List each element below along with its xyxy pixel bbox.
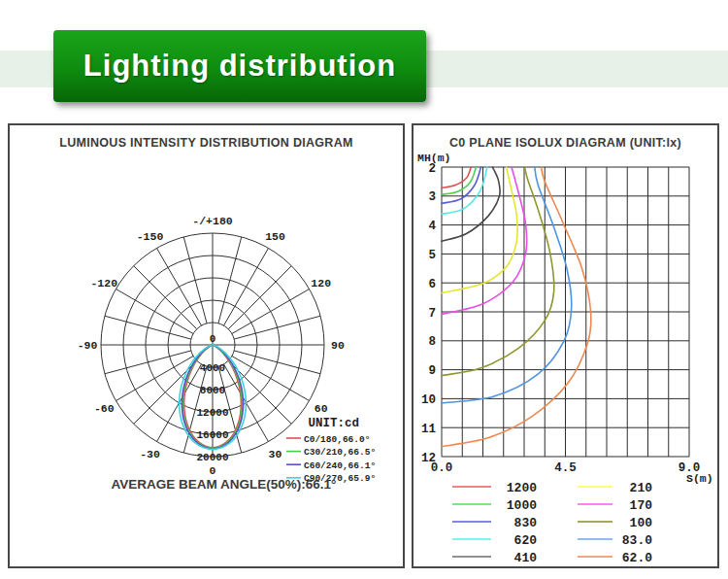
- page-title: Lighting distribution: [83, 49, 396, 84]
- polar-angle-label: -120: [90, 277, 117, 290]
- isolux-contour-curve: [442, 167, 471, 188]
- polar-angle-label: -150: [137, 230, 164, 243]
- isolux-contour-curve: [442, 167, 527, 314]
- polar-spoke: [157, 248, 202, 325]
- polar-ring-label: 20000: [196, 452, 228, 463]
- polar-spoke: [234, 351, 320, 374]
- iso-y-axis-label: MH(m): [417, 152, 451, 164]
- iso-x-axis-label: S(m): [686, 472, 713, 485]
- page: Lighting distribution LUMINOUS INTENSITY…: [0, 0, 728, 579]
- iso-x-tick: 0.0: [431, 461, 453, 475]
- isolux-chart-svg: 234567891011120.04.59.0MH(m)S(m)12001000…: [414, 125, 717, 566]
- iso-legend-label: 83.0: [622, 533, 652, 548]
- polar-spoke: [134, 266, 197, 329]
- polar-spoke: [228, 266, 291, 329]
- polar-ring-label: 8000: [200, 385, 225, 396]
- polar-angle-label: 30: [269, 448, 282, 460]
- average-beam-angle-text: AVERAGE BEAM ANGLE(50%):66.1°: [45, 477, 403, 492]
- isolux-contour-curve: [442, 167, 554, 376]
- polar-spoke: [116, 290, 193, 334]
- iso-y-tick: 11: [421, 423, 436, 436]
- iso-y-tick: 6: [428, 278, 436, 291]
- polar-angle-label: 60: [314, 402, 328, 415]
- polar-angle-label: 120: [311, 277, 331, 290]
- polar-unit-label: UNIT:cd: [308, 417, 359, 430]
- polar-angle-label: -60: [94, 402, 115, 415]
- iso-legend-label: 1200: [507, 481, 537, 495]
- iso-legend-label: 620: [514, 533, 538, 548]
- polar-legend-label: C0/180,66.0°: [304, 434, 370, 445]
- polar-legend-label: C30/210,66.5°: [304, 447, 376, 458]
- iso-legend-label: 830: [514, 516, 538, 530]
- isolux-panel: C0 PLANE ISOLUX DIAGRAM (UNIT:lx) 234567…: [412, 123, 719, 568]
- polar-angle-label: 150: [265, 230, 285, 243]
- polar-spoke: [105, 316, 191, 339]
- iso-y-tick: 3: [428, 190, 436, 204]
- polar-angle-label: 0: [210, 464, 216, 477]
- polar-spoke: [232, 357, 310, 401]
- polar-spoke: [234, 316, 320, 339]
- polar-spoke: [232, 290, 310, 334]
- iso-y-tick: 10: [421, 393, 436, 407]
- polar-spoke: [218, 237, 242, 324]
- iso-legend-label: 100: [630, 516, 653, 530]
- luminous-intensity-panel: LUMINOUS INTENSITY DISTRIBUTION DIAGRAM …: [8, 123, 405, 568]
- iso-y-tick: 9: [428, 364, 436, 378]
- polar-legend-label: C60/240,66.1°: [304, 460, 376, 471]
- polar-angle-label: -/+180: [192, 215, 233, 227]
- iso-legend-label: 210: [630, 481, 653, 495]
- polar-ring-label: 4000: [200, 362, 225, 374]
- iso-y-tick: 4: [428, 220, 436, 233]
- iso-legend-label: 62.0: [622, 551, 652, 565]
- iso-y-tick: 7: [428, 307, 436, 321]
- polar-chart-svg: 040008000120001600020000-/+1801501209060…: [10, 125, 403, 566]
- polar-angle-label: -90: [78, 339, 98, 352]
- iso-x-tick: 4.5: [554, 461, 577, 475]
- polar-angle-label: 90: [331, 339, 345, 352]
- iso-legend-label: 1000: [507, 498, 537, 513]
- polar-angle-label: -30: [140, 448, 160, 460]
- polar-spoke: [105, 351, 191, 374]
- polar-spoke: [116, 357, 193, 401]
- iso-legend-label: 410: [514, 551, 538, 565]
- header-title-box: Lighting distribution: [53, 30, 426, 102]
- isolux-contour-curve: [442, 167, 487, 214]
- polar-spoke: [183, 237, 207, 324]
- polar-spoke: [224, 248, 269, 325]
- isolux-contour-curve: [442, 167, 572, 403]
- iso-y-tick: 5: [428, 249, 436, 262]
- polar-ring-label: 12000: [196, 407, 228, 419]
- iso-y-tick: 8: [428, 335, 436, 349]
- polar-ring-label: 16000: [196, 429, 228, 441]
- polar-center-label: 0: [210, 333, 216, 345]
- iso-legend-label: 170: [630, 498, 653, 513]
